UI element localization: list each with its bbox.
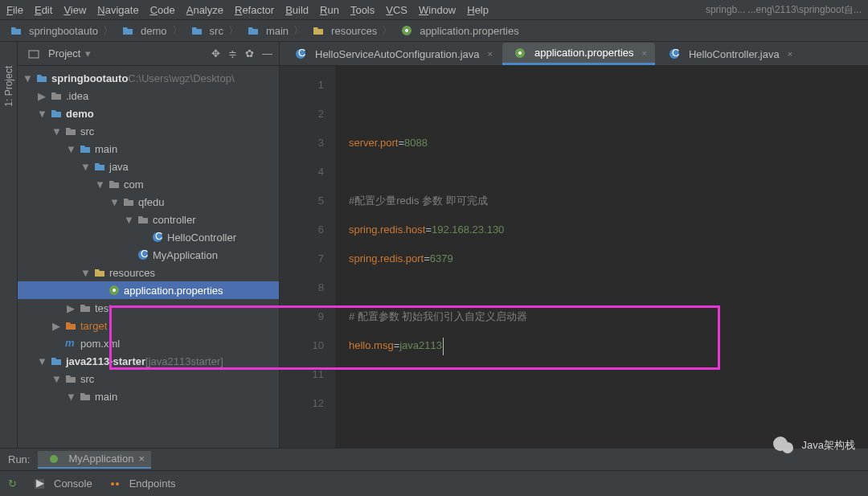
tree-item-java2113-starter[interactable]: ▼java2113-starter [java2113starter] — [18, 352, 279, 370]
svg-text:C: C — [141, 249, 148, 260]
endpoints-tab[interactable]: Endpoints — [105, 478, 176, 490]
menu-refactor[interactable]: Refactor — [235, 4, 274, 16]
menu-edit[interactable]: Edit — [35, 4, 52, 16]
editor-tab-application.properties[interactable]: application.properties× — [502, 43, 655, 65]
code-line-6: spring.redis.host=192.168.23.130 — [349, 215, 868, 244]
window-title-extra: springb... ...eng\2113\springboot自... — [706, 3, 862, 17]
tree-item-test[interactable]: ▶test — [18, 299, 279, 317]
tree-item-resources[interactable]: ▼resources — [18, 264, 279, 281]
menu-run[interactable]: Run — [320, 4, 339, 16]
svg-text:▶: ▶ — [36, 479, 44, 489]
menu-code[interactable]: Code — [150, 4, 175, 16]
menu-file[interactable]: File — [6, 4, 23, 16]
breadcrumb-main[interactable]: main — [244, 24, 289, 37]
folder-icon — [121, 24, 134, 37]
tree-label: springbootauto — [51, 72, 128, 84]
console-tab[interactable]: ▶ Console — [30, 478, 92, 490]
svg-text:C: C — [155, 232, 162, 242]
run-tool-bar: Run: MyApplication × — [0, 448, 868, 470]
editor-tab-HelloController.java[interactable]: CHelloController.java× — [657, 43, 800, 65]
menu-help[interactable]: Help — [467, 4, 489, 16]
tree-item--idea[interactable]: ▶.idea — [18, 87, 279, 105]
project-view-selector[interactable]: Project ▾ — [24, 47, 91, 60]
code-area: 123456789101112 server.port=8088 #配置少量re… — [280, 66, 868, 448]
chevron-right-icon: 〉 — [103, 23, 113, 38]
tree-item-MyApplication[interactable]: CMyApplication — [18, 246, 279, 264]
folder-grey-icon — [108, 178, 121, 191]
chevron-right-icon: 〉 — [172, 23, 182, 38]
code-line-1 — [349, 71, 868, 100]
tree-item-springbootauto[interactable]: ▼springbootauto C:\Users\wgz\Desktop\ — [18, 69, 279, 87]
sidebar-header: Project ▾ ✥ ≑ ✿ — — [18, 42, 279, 66]
hide-icon[interactable]: — — [262, 47, 272, 59]
settings-icon[interactable]: ✿ — [245, 47, 254, 59]
breadcrumb-application.properties[interactable]: application.properties — [397, 24, 519, 37]
tree-arrow-icon: ▶ — [37, 90, 47, 102]
code-line-9: # 配置参数 初始我们引入自定义启动器 — [349, 302, 868, 331]
class-icon: C — [668, 47, 681, 60]
tree-item-main[interactable]: ▼main — [18, 140, 279, 158]
folder-grey-icon — [79, 390, 92, 403]
breadcrumb-resources[interactable]: resources — [309, 24, 377, 37]
run-config-tab[interactable]: MyApplication × — [38, 451, 151, 469]
tree-item-controller[interactable]: ▼controller — [18, 211, 279, 228]
code-line-8 — [349, 273, 868, 302]
svg-point-16 — [50, 455, 58, 463]
tree-item-java[interactable]: ▼java — [18, 158, 279, 175]
tree-item-demo[interactable]: ▼demo — [18, 105, 279, 122]
tree-item-pom-xml[interactable]: mpom.xml — [18, 334, 279, 352]
bottom-tool-bar: ↻ ▶ Console Endpoints — [0, 470, 868, 496]
close-icon[interactable]: × — [138, 453, 145, 465]
tree-arrow-icon: ▼ — [51, 125, 61, 137]
breadcrumb-springbootauto[interactable]: springbootauto — [6, 24, 98, 37]
tab-label: application.properties — [534, 47, 634, 59]
rerun-icon[interactable]: ↻ — [8, 478, 17, 490]
run-app-name: MyApplication — [68, 453, 133, 465]
tree-item-target[interactable]: ▶target — [18, 317, 279, 334]
run-app-icon — [47, 453, 60, 465]
dropdown-icon: ▾ — [85, 47, 91, 59]
locate-icon[interactable]: ✥ — [211, 47, 220, 59]
breadcrumb-demo[interactable]: demo — [118, 24, 167, 37]
tree-item-qfedu[interactable]: ▼qfedu — [18, 193, 279, 211]
tree-item-application-properties[interactable]: application.properties — [18, 281, 279, 299]
tree-arrow-icon: ▼ — [23, 72, 32, 84]
code-content[interactable]: server.port=8088 #配置少量redis 参数 即可完成sprin… — [336, 66, 868, 448]
menu-navigate[interactable]: Navigate — [97, 4, 138, 16]
menu-bar: FileEditViewNavigateCodeAnalyzeRefactorB… — [0, 0, 868, 19]
tree-item-src[interactable]: ▼src — [18, 370, 279, 387]
editor-tabs: CHelloServiceAutoConfiguration.java×appl… — [280, 42, 868, 66]
menu-tools[interactable]: Tools — [350, 4, 375, 16]
tree-item-HelloController[interactable]: CHelloController — [18, 228, 279, 246]
editor-tab-HelloServiceAutoConfiguration.java[interactable]: CHelloServiceAutoConfiguration.java× — [283, 43, 501, 65]
tree-item-com[interactable]: ▼com — [18, 175, 279, 193]
code-line-4 — [349, 158, 868, 187]
code-line-10: hello.msg=java2113 — [349, 331, 868, 360]
tree-item-src[interactable]: ▼src — [18, 122, 279, 140]
tree-arrow-icon: ▶ — [66, 302, 76, 314]
tree-arrow-icon: ▼ — [66, 391, 76, 403]
tree-item-main[interactable]: ▼main — [18, 387, 279, 405]
svg-point-8 — [113, 289, 116, 292]
tree-arrow-icon: ▼ — [66, 143, 76, 155]
menu-analyze[interactable]: Analyze — [186, 4, 223, 16]
close-icon[interactable]: × — [642, 48, 647, 58]
collapse-icon[interactable]: ≑ — [228, 47, 237, 59]
tree-label: src — [80, 373, 94, 385]
editor-area: CHelloServiceAutoConfiguration.java×appl… — [280, 42, 868, 448]
project-tool-button[interactable]: 1: Project — [3, 66, 14, 107]
tree-arrow-icon: ▼ — [80, 161, 90, 173]
menu-vcs[interactable]: VCS — [386, 4, 407, 16]
menu-build[interactable]: Build — [285, 4, 309, 16]
main-body: 1: Project Project ▾ ✥ ≑ ✿ — ▼springboot… — [0, 42, 868, 448]
tree-suffix: C:\Users\wgz\Desktop\ — [128, 72, 234, 84]
line-number: 4 — [280, 158, 324, 187]
line-number: 12 — [280, 389, 324, 418]
menu-view[interactable]: View — [63, 4, 86, 16]
menu-window[interactable]: Window — [419, 4, 456, 16]
project-sidebar: Project ▾ ✥ ≑ ✿ — ▼springbootauto C:\Use… — [18, 42, 280, 448]
breadcrumb-src[interactable]: src — [187, 24, 223, 37]
close-icon[interactable]: × — [788, 49, 792, 59]
text-cursor — [443, 338, 444, 355]
close-icon[interactable]: × — [488, 49, 493, 59]
